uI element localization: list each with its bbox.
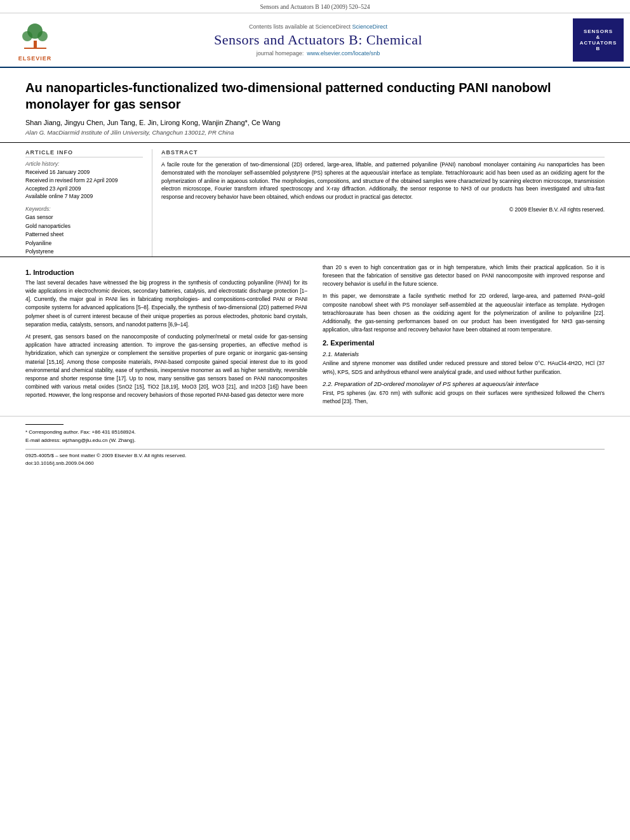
article-affiliation: Alan G. MacDiarmid Institute of Jilin Un… (25, 129, 605, 136)
revised-date: Received in revised form 22 April 2009 (25, 177, 143, 185)
keyword-2: Gold nanoparticles (25, 222, 143, 231)
journal-citation: Sensors and Actuators B 140 (2009) 520–5… (260, 4, 370, 10)
journal-homepage: journal homepage: www.elsevier.com/locat… (70, 50, 566, 57)
keyword-5: Polystyrene (25, 248, 143, 257)
journal-header: ELSEVIER Contents lists available at Sci… (0, 13, 630, 68)
footnote-email: E-mail address: wjzhang@jlu.edu.cn (W. Z… (25, 437, 605, 445)
footer-bottom: 0925-4005/$ – see front matter © 2009 El… (25, 449, 605, 469)
history-label: Article history: (25, 161, 143, 167)
abstract-label: ABSTRACT (161, 149, 605, 157)
body-para-1: The last several decades have witnessed … (25, 279, 307, 329)
journal-center: Contents lists available at ScienceDirec… (70, 18, 566, 62)
keywords-label: Keywords: (25, 206, 143, 212)
section2-1-heading: 2.1. Materials (323, 350, 605, 357)
available-date: Available online 7 May 2009 (25, 192, 143, 201)
footnote-star: * Corresponding author. Fax: +86 431 851… (25, 429, 605, 437)
keyword-1: Gas sensor (25, 213, 143, 222)
article-title: Au nanoparticles-functionalized two-dime… (25, 79, 605, 112)
body-right-column: than 20 s even to high concentration gas… (315, 263, 605, 410)
received-date: Received 16 January 2009 (25, 168, 143, 177)
footer-doi: doi:10.1016/j.snb.2009.04.060 (25, 460, 605, 468)
article-history-group: Article history: Received 16 January 200… (25, 161, 143, 201)
body-section: 1. Introduction The last several decades… (0, 257, 630, 416)
keyword-4: Polyaniline (25, 239, 143, 248)
svg-point-4 (37, 31, 48, 41)
article-authors: Shan Jiang, Jingyu Chen, Jun Tang, E. Ji… (25, 119, 605, 126)
journal-logo-right: SENSORS&ACTUATORSB (573, 18, 624, 62)
elsevier-brand-text: ELSEVIER (18, 55, 52, 62)
abstract-column: ABSTRACT A facile route for the generati… (152, 149, 605, 257)
footer-issn: 0925-4005/$ – see front matter © 2009 El… (25, 452, 605, 460)
abstract-text: A facile route for the generation of two… (161, 161, 605, 201)
body-para-right-2: In this paper, we demonstrate a facile s… (323, 292, 605, 334)
contents-line: Contents lists available at ScienceDirec… (70, 23, 566, 30)
article-title-section: Au nanoparticles-functionalized two-dime… (0, 68, 630, 143)
article-info-label: ARTICLE INFO (25, 149, 143, 157)
article-info-column: ARTICLE INFO Article history: Received 1… (25, 149, 152, 257)
svg-rect-1 (34, 41, 37, 48)
journal-title: Sensors and Actuators B: Chemical (70, 32, 566, 48)
footer-section: * Corresponding author. Fax: +86 431 851… (0, 416, 630, 474)
section2-2-heading: 2.2. Preparation of 2D-ordered monolayer… (323, 380, 605, 387)
body-left-column: 1. Introduction The last several decades… (25, 263, 315, 410)
top-bar: Sensors and Actuators B 140 (2009) 520–5… (0, 0, 630, 13)
journal-url[interactable]: www.elsevier.com/locate/snb (307, 50, 380, 57)
section2-1-text: Aniline and styrene monomer was distille… (323, 359, 605, 376)
accepted-date: Accepted 23 April 2009 (25, 185, 143, 193)
section1-heading: 1. Introduction (25, 269, 307, 276)
footer-divider (25, 424, 64, 425)
logo-right-text: SENSORS&ACTUATORSB (580, 29, 617, 51)
copyright-line: © 2009 Elsevier B.V. All rights reserved… (161, 206, 605, 218)
body-para-right-1: than 20 s even to high concentration gas… (323, 263, 605, 289)
section2-2-text: First, PS spheres (av. 670 nm) with sulf… (323, 389, 605, 406)
elsevier-tree-icon (18, 18, 53, 53)
sciencedirect-link[interactable]: ScienceDirect (352, 23, 388, 30)
keyword-3: Patterned sheet (25, 230, 143, 239)
svg-rect-5 (24, 48, 46, 49)
body-para-2: At present, gas sensors based on the nan… (25, 333, 307, 399)
page-wrapper: Sensors and Actuators B 140 (2009) 520–5… (0, 0, 630, 474)
section2-heading: 2. Experimental (323, 339, 605, 347)
svg-point-3 (22, 31, 32, 41)
keywords-group: Keywords: Gas sensor Gold nanoparticles … (25, 206, 143, 257)
article-meta-section: ARTICLE INFO Article history: Received 1… (0, 143, 630, 257)
elsevier-logo: ELSEVIER (6, 18, 64, 62)
